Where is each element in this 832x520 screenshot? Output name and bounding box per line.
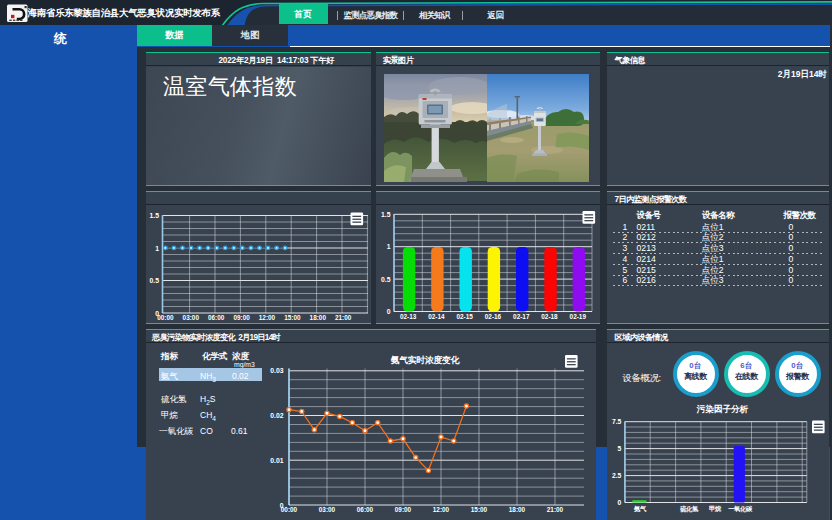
svg-text:甲烷: 甲烷 xyxy=(709,505,722,512)
svg-text:12:00: 12:00 xyxy=(433,506,450,513)
svg-text:5: 5 xyxy=(617,445,621,452)
svg-text:18:00: 18:00 xyxy=(310,314,327,321)
svg-text:02-17: 02-17 xyxy=(513,313,530,320)
svg-text:1: 1 xyxy=(155,244,159,251)
svg-text:18:00: 18:00 xyxy=(509,506,526,513)
svg-text:15:00: 15:00 xyxy=(471,506,488,513)
svg-text:21:00: 21:00 xyxy=(335,314,352,321)
svg-text:一氧化碳: 一氧化碳 xyxy=(728,505,753,513)
svg-text:09:00: 09:00 xyxy=(395,506,412,513)
svg-text:02-13: 02-13 xyxy=(400,313,417,320)
svg-text:0.5: 0.5 xyxy=(150,277,160,284)
svg-text:02-18: 02-18 xyxy=(541,313,558,320)
svg-text:污染因子分析: 污染因子分析 xyxy=(696,404,748,414)
svg-text:06:00: 06:00 xyxy=(208,314,225,321)
svg-text:21:00: 21:00 xyxy=(547,506,564,513)
svg-text:02-14: 02-14 xyxy=(428,313,445,320)
svg-text:0.5: 0.5 xyxy=(381,275,391,282)
svg-text:0: 0 xyxy=(617,499,621,506)
svg-text:1.5: 1.5 xyxy=(150,211,160,218)
svg-text:02-16: 02-16 xyxy=(485,313,502,320)
svg-text:氨气实时浓度变化: 氨气实时浓度变化 xyxy=(390,355,460,365)
svg-text:2.5: 2.5 xyxy=(612,472,622,479)
svg-text:02-15: 02-15 xyxy=(457,313,474,320)
svg-text:00:00: 00:00 xyxy=(157,314,174,321)
svg-text:1.5: 1.5 xyxy=(381,210,391,217)
svg-text:15:00: 15:00 xyxy=(284,314,301,321)
svg-text:12:00: 12:00 xyxy=(259,314,276,321)
svg-text:02-19: 02-19 xyxy=(570,313,587,320)
svg-text:06:00: 06:00 xyxy=(357,506,374,513)
svg-text:09:00: 09:00 xyxy=(233,314,250,321)
svg-text:硫化氢: 硫化氢 xyxy=(679,505,699,513)
svg-text:1: 1 xyxy=(387,243,391,250)
svg-text:0: 0 xyxy=(387,308,391,315)
svg-text:03:00: 03:00 xyxy=(183,314,200,321)
svg-text:03:00: 03:00 xyxy=(319,506,336,513)
svg-text:氨气: 氨气 xyxy=(633,505,647,513)
svg-text:7.5: 7.5 xyxy=(612,418,622,425)
